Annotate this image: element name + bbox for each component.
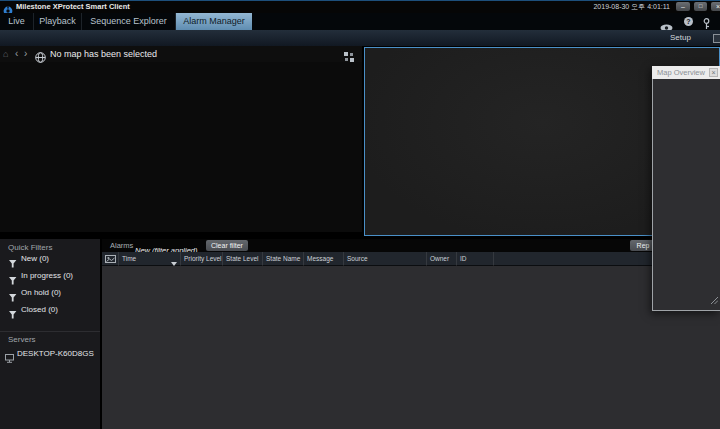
- map-overview-title: Map Overview: [657, 66, 705, 79]
- resize-grip[interactable]: [711, 290, 718, 308]
- close-button[interactable]: ×: [711, 2, 720, 11]
- clock: 2019-08-30 오후 4:01:11: [593, 1, 670, 13]
- quick-filters-title: Quick Filters: [8, 243, 52, 252]
- app-window: Milestone XProtect Smart Client 2019-08-…: [0, 0, 720, 429]
- filter-item-in-progress[interactable]: In progress (0): [0, 269, 100, 282]
- maximize-button[interactable]: □: [694, 2, 707, 11]
- globe-icon[interactable]: [35, 49, 46, 67]
- sort-desc-icon: [171, 257, 177, 266]
- map-overview-titlebar[interactable]: Map Overview ×: [652, 66, 720, 79]
- panel-toggle-icon[interactable]: [713, 34, 720, 43]
- filter-item-label: New (0): [21, 252, 49, 265]
- alarm-toolbar: Alarms New (filter applied) Clear filter…: [102, 239, 720, 252]
- clear-filter-button[interactable]: Clear filter: [206, 240, 248, 251]
- column-source[interactable]: Source: [344, 252, 427, 266]
- filter-item-label: In progress (0): [21, 269, 73, 282]
- map-overview-close-icon[interactable]: ×: [709, 68, 718, 77]
- column-state-level[interactable]: State Level: [223, 252, 263, 266]
- funnel-icon: [9, 305, 17, 323]
- map-overview-window: Map Overview ×: [652, 66, 720, 311]
- tab-bar: Live Playback Sequence Explorer Alarm Ma…: [0, 13, 720, 30]
- map-overview-body: [652, 79, 720, 311]
- filter-item-label: On hold (0): [21, 286, 61, 299]
- server-icon: [5, 349, 14, 367]
- help-icon[interactable]: ?: [684, 17, 693, 26]
- filter-item-label: Closed (0): [21, 303, 58, 316]
- filter-item-on-hold[interactable]: On hold (0): [0, 286, 100, 299]
- titlebar: Milestone XProtect Smart Client 2019-08-…: [0, 1, 720, 13]
- back-icon[interactable]: ‹: [15, 46, 18, 61]
- column-time[interactable]: Time: [119, 252, 181, 266]
- alarm-table-body[interactable]: [102, 266, 720, 429]
- tab-playback[interactable]: Playback: [34, 13, 82, 30]
- column-picture[interactable]: [102, 252, 119, 266]
- app-title: Milestone XProtect Smart Client: [16, 1, 130, 13]
- tab-alarm-manager[interactable]: Alarm Manager: [176, 13, 252, 30]
- tab-sequence-explorer[interactable]: Sequence Explorer: [82, 13, 176, 30]
- setup-button[interactable]: Setup: [670, 30, 691, 46]
- tab-live[interactable]: Live: [0, 13, 34, 30]
- panel-divider: [0, 331, 100, 332]
- filter-item-closed[interactable]: Closed (0): [0, 303, 100, 316]
- map-status-message: No map has been selected: [50, 46, 157, 62]
- quick-filters-panel: Quick Filters New (0) In progress (0) On…: [0, 239, 100, 429]
- server-item[interactable]: DESKTOP-K60D8GS: [0, 347, 100, 360]
- server-name: DESKTOP-K60D8GS: [17, 347, 94, 360]
- home-icon[interactable]: ⌂: [3, 46, 8, 62]
- forward-icon[interactable]: ›: [24, 46, 27, 61]
- workspace-toolbar: Setup: [0, 30, 720, 46]
- column-priority-level[interactable]: Priority Level: [181, 252, 223, 266]
- alarm-list-section: Alarms New (filter applied) Clear filter…: [102, 239, 720, 429]
- column-state-name[interactable]: State Name: [263, 252, 304, 266]
- filter-item-new[interactable]: New (0): [0, 252, 100, 265]
- servers-title: Servers: [8, 335, 36, 344]
- column-message[interactable]: Message: [304, 252, 344, 266]
- column-owner[interactable]: Owner: [427, 252, 457, 266]
- column-id[interactable]: ID: [457, 252, 494, 266]
- map-view: ⌂ ‹ › No map has been selected: [0, 46, 362, 232]
- alarm-table-header: Time Priority Level State Level State Na…: [102, 252, 720, 266]
- column-label: Time: [122, 255, 136, 262]
- grid-icon[interactable]: [344, 49, 355, 67]
- map-toolbar: ⌂ ‹ › No map has been selected: [0, 46, 362, 62]
- alarms-label: Alarms: [110, 239, 133, 252]
- minimize-button[interactable]: –: [676, 2, 690, 11]
